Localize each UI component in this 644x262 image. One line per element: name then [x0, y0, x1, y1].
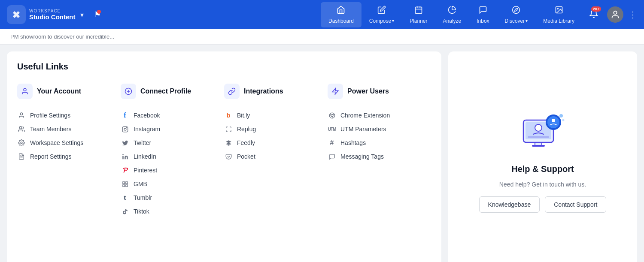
pinterest-icon: 𝓟 [121, 166, 129, 175]
link-chrome-extension[interactable]: Chrome Extension [328, 108, 431, 122]
link-gmb[interactable]: GMB [121, 177, 224, 191]
profile-settings-icon [17, 111, 26, 120]
power-users-header: Power Users [328, 84, 431, 99]
media-library-label: Media Library [543, 18, 574, 24]
workspace-chevron-icon[interactable]: ▾ [80, 11, 84, 19]
feedly-icon [224, 139, 233, 147]
dashboard-label: Dashboard [328, 18, 354, 24]
help-svg-illustration [517, 109, 568, 152]
replug-icon [224, 125, 233, 133]
link-team-members[interactable]: Team Members [17, 122, 121, 136]
bitly-icon: b [224, 111, 233, 120]
svg-point-8 [614, 11, 617, 14]
nav-item-media-library[interactable]: Media Library [535, 2, 582, 27]
facebook-icon: f [121, 111, 129, 120]
nav-items: Dashboard Compose ▾ Planner Analyze [321, 2, 582, 27]
help-title: Help & Support [511, 164, 574, 174]
tumblr-label: Tumblr [134, 194, 152, 201]
svg-point-10 [20, 113, 22, 115]
feedly-label: Feedly [237, 139, 255, 146]
main-panel: Useful Links Your Account Profile Settin… [7, 51, 441, 262]
help-support-content: Help & Support Need help? Get in touch w… [459, 109, 627, 213]
svg-point-19 [124, 128, 126, 130]
flag-button[interactable]: ⚑ [94, 10, 101, 19]
connect-profile-header-icon [121, 84, 136, 99]
utm-parameters-icon: UTM [328, 125, 336, 133]
nav-item-compose[interactable]: Compose ▾ [361, 2, 402, 27]
profile-settings-label: Profile Settings [30, 112, 70, 119]
integrations-title: Integrations [244, 87, 283, 95]
report-settings-label: Report Settings [30, 153, 72, 160]
column-power-users: Power Users Chrome Extension UTM UTM Par… [328, 84, 431, 218]
link-workspace-settings[interactable]: Workspace Settings [17, 136, 121, 150]
gmb-icon [121, 180, 129, 188]
contact-support-button[interactable]: Contact Support [545, 196, 606, 213]
notification-badge: 207 [591, 6, 601, 12]
link-utm-parameters[interactable]: UTM UTM Parameters [328, 122, 431, 136]
report-settings-icon [17, 152, 26, 161]
link-linkedin[interactable]: LinkedIn [121, 150, 224, 163]
link-messaging-tags[interactable]: Messaging Tags [328, 150, 431, 163]
svg-point-12 [21, 142, 22, 144]
link-pocket[interactable]: Pocket [224, 150, 328, 163]
power-users-header-icon [328, 84, 343, 99]
link-bitly[interactable]: b Bit.ly [224, 108, 328, 122]
planner-label: Planner [410, 18, 427, 24]
link-tiktok[interactable]: Tiktok [121, 205, 224, 218]
bitly-label: Bit.ly [237, 112, 250, 119]
link-pinterest[interactable]: 𝓟 Pinterest [121, 163, 224, 177]
link-tumblr[interactable]: t Tumblr [121, 191, 224, 205]
nav-item-inbox[interactable]: Inbox [469, 2, 497, 27]
workspace-settings-icon [17, 139, 26, 147]
nav-item-dashboard[interactable]: Dashboard [321, 2, 361, 27]
svg-point-7 [557, 8, 558, 9]
link-twitter[interactable]: Twitter [121, 136, 224, 150]
link-facebook[interactable]: f Facebook [121, 108, 224, 122]
column-your-account: Your Account Profile Settings Team Membe… [17, 84, 121, 218]
svg-point-11 [19, 126, 21, 129]
svg-rect-23 [125, 181, 127, 183]
svg-point-36 [535, 124, 542, 131]
user-avatar[interactable] [607, 6, 623, 23]
pocket-icon [224, 152, 233, 161]
link-replug[interactable]: Replug [224, 122, 328, 136]
replug-label: Replug [237, 126, 256, 133]
link-feedly[interactable]: Feedly [224, 136, 328, 150]
facebook-label: Facebook [134, 112, 160, 119]
svg-rect-42 [528, 136, 549, 138]
nav-item-analyze[interactable]: Analyze [435, 2, 469, 27]
nav-item-planner[interactable]: Planner [402, 2, 435, 27]
notifications-button[interactable]: 207 [586, 6, 602, 24]
help-illustration [517, 109, 568, 154]
analyze-label: Analyze [443, 18, 462, 24]
help-buttons: Knowledgebase Contact Support [479, 196, 607, 213]
knowledgebase-button[interactable]: Knowledgebase [479, 196, 540, 213]
instagram-icon [121, 125, 129, 133]
svg-marker-26 [332, 88, 338, 95]
twitter-icon [121, 139, 129, 147]
svg-marker-5 [515, 8, 518, 11]
logo[interactable] [7, 5, 26, 24]
inbox-icon [479, 6, 487, 16]
svg-point-4 [513, 6, 520, 13]
linkedin-label: LinkedIn [134, 153, 156, 160]
svg-point-21 [122, 154, 124, 155]
help-support-panel: Help & Support Need help? Get in touch w… [448, 51, 637, 262]
help-subtitle: Need help? Get in touch with us. [499, 181, 586, 188]
tiktok-icon [121, 207, 129, 216]
hashtags-icon: # [328, 139, 336, 147]
chrome-extension-label: Chrome Extension [340, 112, 390, 119]
svg-point-9 [24, 88, 26, 91]
more-options-icon[interactable]: ⋮ [629, 9, 637, 20]
svg-point-41 [562, 119, 565, 121]
link-report-settings[interactable]: Report Settings [17, 150, 121, 163]
connect-profile-header: Connect Profile [121, 84, 224, 99]
nav-item-discover[interactable]: Discover ▾ [497, 2, 536, 27]
link-instagram[interactable]: Instagram [121, 122, 224, 136]
link-profile-settings[interactable]: Profile Settings [17, 108, 121, 122]
link-hashtags[interactable]: # Hashtags [328, 136, 431, 150]
tumblr-icon: t [121, 193, 129, 202]
useful-links-title: Useful Links [17, 62, 431, 72]
integrations-header-icon [224, 84, 240, 99]
chrome-extension-icon [328, 111, 336, 120]
